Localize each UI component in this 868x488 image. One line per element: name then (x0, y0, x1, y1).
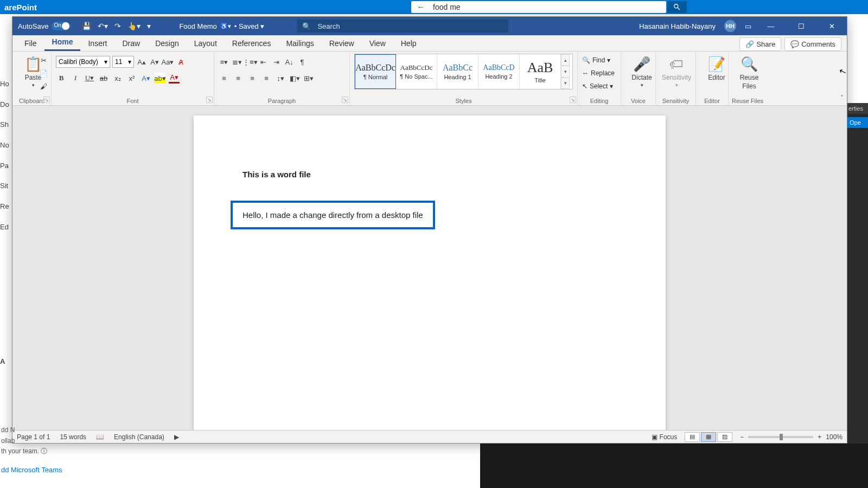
open-button[interactable]: Ope (847, 117, 868, 128)
align-left-icon[interactable]: ≡ (219, 73, 229, 84)
touch-icon[interactable]: 👆▾ (127, 22, 141, 30)
select-button[interactable]: ↖Select▾ (582, 80, 616, 93)
font-size-combo[interactable]: 11▾ (112, 56, 134, 68)
grow-font-icon[interactable]: A▴ (136, 56, 147, 67)
ribbon-display-icon[interactable]: ▭ (745, 22, 751, 30)
focus-mode[interactable]: ▣ Focus (652, 433, 677, 441)
doc-line-2[interactable]: Hello, I made a change directly from a d… (242, 210, 423, 220)
shading-icon[interactable]: ◧▾ (289, 73, 300, 84)
find-button[interactable]: 🔍Find▾ (582, 54, 616, 67)
collapse-ribbon-icon[interactable]: ˄ (840, 94, 844, 102)
page[interactable]: This is a word file Hello, I made a chan… (194, 115, 666, 430)
doc-line-1[interactable]: This is a word file (242, 170, 617, 179)
style-normal[interactable]: AaBbCcDc ¶ Normal (355, 54, 396, 89)
tab-home[interactable]: Home (44, 34, 81, 51)
italic-button[interactable]: I (70, 73, 81, 84)
clear-format-icon[interactable]: A̷ (175, 56, 186, 67)
justify-icon[interactable]: ≡ (261, 73, 272, 84)
align-right-icon[interactable]: ≡ (247, 73, 258, 84)
avatar[interactable]: HH (724, 20, 736, 32)
redo-icon[interactable]: ↷ (114, 22, 121, 30)
zoom-out-icon[interactable]: − (740, 433, 744, 441)
nav-item[interactable]: Pa (0, 156, 12, 176)
tab-insert[interactable]: Insert (80, 36, 114, 51)
read-mode-icon[interactable]: ▤ (685, 432, 700, 442)
nav-item[interactable]: Do (0, 94, 12, 115)
nav-item[interactable]: Re (0, 196, 12, 217)
shrink-font-icon[interactable]: A▾ (149, 56, 160, 67)
format-painter-icon[interactable]: 🖌 (38, 81, 49, 92)
bullets-icon[interactable]: ≡▾ (219, 56, 229, 67)
highlight-icon[interactable]: ab▾ (155, 73, 165, 84)
replace-button[interactable]: ↔Replace (582, 67, 616, 80)
tell-me-search[interactable]: 🔍 Search (297, 20, 508, 33)
line-spacing-icon[interactable]: ↕▾ (275, 73, 286, 84)
tab-view[interactable]: View (362, 36, 393, 51)
zoom-level[interactable]: 100% (826, 433, 843, 441)
multilevel-icon[interactable]: ⋮≡▾ (245, 56, 256, 67)
copy-icon[interactable]: 📄 (38, 68, 49, 79)
add-teams-link[interactable]: dd Microsoft Teams (0, 466, 62, 474)
properties-tab[interactable]: erties (847, 103, 868, 114)
tab-file[interactable]: File (17, 36, 44, 51)
tab-layout[interactable]: Layout (187, 36, 225, 51)
tab-design[interactable]: Design (148, 36, 187, 51)
share-button[interactable]: 🔗 Share (739, 37, 781, 51)
web-layout-icon[interactable]: ▨ (717, 432, 732, 442)
style-nospacing[interactable]: AaBbCcDc ¶ No Spac... (396, 54, 437, 89)
editor-button[interactable]: 📝Editor (700, 54, 733, 84)
show-marks-icon[interactable]: ¶ (297, 56, 308, 67)
arrow-left-icon[interactable]: ← (417, 2, 425, 12)
dictate-button[interactable]: 🎤Dictate▾ (626, 54, 658, 90)
styles-scroll[interactable]: ▴▾▾ (561, 54, 570, 89)
numbering-icon[interactable]: ≣▾ (232, 56, 242, 67)
dialog-launcher-icon[interactable]: ↘ (43, 97, 50, 103)
tab-help[interactable]: Help (393, 36, 424, 51)
qat-more-icon[interactable]: ▾ (147, 22, 151, 30)
dialog-launcher-icon[interactable]: ↘ (570, 97, 576, 103)
nav-item[interactable]: No (0, 135, 12, 156)
user-name[interactable]: Hasanain Habib-Nayany (639, 22, 716, 30)
bold-button[interactable]: B (56, 73, 67, 84)
tab-mailings[interactable]: Mailings (278, 36, 321, 51)
align-center-icon[interactable]: ≡ (233, 73, 244, 84)
styles-gallery[interactable]: AaBbCcDc ¶ Normal AaBbCcDc ¶ No Spac... … (354, 54, 573, 89)
nav-item[interactable]: Sh (0, 114, 12, 135)
decrease-indent-icon[interactable]: ⇤ (258, 56, 269, 67)
borders-icon[interactable]: ⊞▾ (303, 73, 314, 84)
language-indicator[interactable]: English (Canada) (114, 433, 164, 441)
document-title[interactable]: Food Memo ♿▾ • Saved ▾ (179, 22, 264, 30)
increase-indent-icon[interactable]: ⇥ (271, 56, 282, 67)
tab-references[interactable]: References (225, 36, 279, 51)
dialog-launcher-icon[interactable]: ↘ (342, 97, 348, 103)
underline-button[interactable]: U▾ (84, 73, 95, 84)
change-case-icon[interactable]: Aa▾ (162, 56, 173, 67)
macro-icon[interactable]: ▶ (174, 433, 179, 441)
zoom-in-icon[interactable]: + (818, 433, 821, 441)
word-count[interactable]: 15 words (60, 433, 86, 441)
zoom-slider[interactable] (748, 436, 813, 438)
nav-item[interactable]: Sit (0, 176, 12, 196)
autosave-toggle[interactable]: On (52, 22, 70, 30)
undo-icon[interactable]: ↶▾ (98, 22, 108, 30)
style-heading2[interactable]: AaBbCcD Heading 2 (478, 54, 520, 89)
dialog-launcher-icon[interactable]: ↘ (206, 97, 213, 103)
superscript-button[interactable]: x² (126, 73, 137, 84)
save-icon[interactable]: 💾 (82, 22, 91, 30)
reuse-files-button[interactable]: 🔍ReuseFiles (733, 54, 765, 92)
font-family-combo[interactable]: Calibri (Body)▾ (56, 56, 110, 68)
comments-button[interactable]: 💬 Comments (784, 37, 841, 51)
spelling-icon[interactable]: 📖 (96, 433, 104, 441)
text-effects-icon[interactable]: A▾ (141, 73, 151, 84)
sharepoint-search[interactable]: ← food me (411, 1, 666, 13)
style-title[interactable]: AaB Title (520, 54, 561, 89)
close-button[interactable]: ✕ (821, 17, 843, 35)
nav-item[interactable]: A (0, 351, 12, 372)
document-area[interactable]: This is a word file Hello, I made a chan… (12, 106, 847, 430)
maximize-button[interactable]: ☐ (790, 17, 812, 35)
minimize-button[interactable]: — (760, 17, 782, 35)
nav-item[interactable]: Ho (0, 74, 12, 94)
tab-review[interactable]: Review (322, 36, 362, 51)
nav-item[interactable]: Ed (0, 217, 12, 237)
subscript-button[interactable]: x₂ (112, 73, 123, 84)
